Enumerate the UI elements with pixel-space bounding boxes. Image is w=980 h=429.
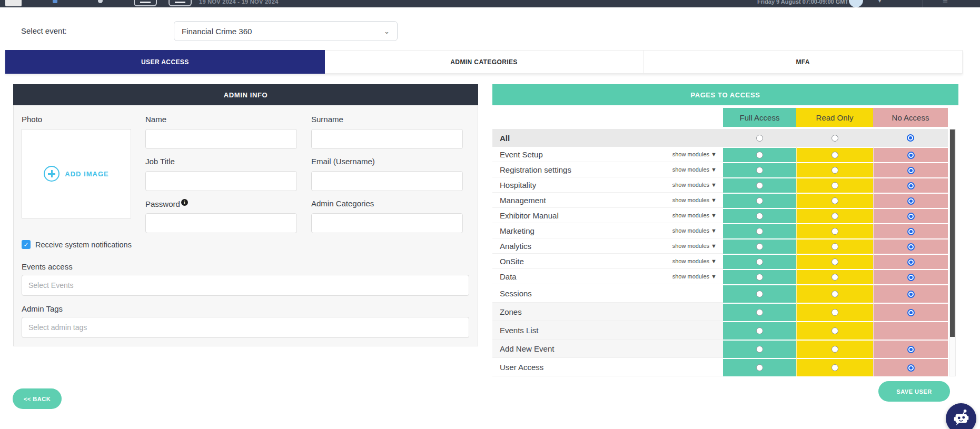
photo-upload-box[interactable]: ADD IMAGE <box>22 129 131 218</box>
nav-toolbar-button-2[interactable] <box>169 0 192 6</box>
table-row: OnSite show modules ▼ <box>492 254 948 269</box>
password-field[interactable] <box>145 213 297 233</box>
read-only-radio[interactable] <box>831 291 838 297</box>
show-modules-link[interactable]: show modules ▼ <box>672 273 717 280</box>
nav-icon-left-1[interactable] <box>53 0 57 3</box>
no-access-radio[interactable] <box>907 213 915 220</box>
show-modules-link[interactable]: show modules ▼ <box>672 151 717 157</box>
no-access-cell <box>873 162 948 177</box>
show-modules-link[interactable]: show modules ▼ <box>672 258 717 264</box>
full-access-radio[interactable] <box>756 228 763 235</box>
read-only-radio[interactable] <box>831 213 838 220</box>
show-modules-link[interactable]: show modules ▼ <box>672 227 717 234</box>
read-only-radio[interactable] <box>831 274 838 281</box>
events-access-input[interactable] <box>22 275 469 296</box>
read-only-radio[interactable] <box>831 309 838 316</box>
full-access-radio[interactable] <box>756 327 763 334</box>
admin-categories-field[interactable] <box>311 213 463 233</box>
no-access-radio[interactable] <box>907 274 915 281</box>
read-only-radio[interactable] <box>831 258 838 265</box>
permissions-table: All Event Setup show modules ▼ Registrat… <box>492 129 948 376</box>
read-only-radio[interactable] <box>831 182 838 189</box>
row-label: Marketing <box>500 226 534 235</box>
chatbot-launcher[interactable] <box>946 403 976 429</box>
scrollbar-thumb[interactable] <box>950 129 955 337</box>
no-access-radio[interactable] <box>907 197 915 205</box>
full-access-radio[interactable] <box>756 346 763 353</box>
table-row: All <box>492 129 948 147</box>
read-only-radio[interactable] <box>831 152 838 158</box>
read-only-radio[interactable] <box>831 364 838 371</box>
read-only-radio[interactable] <box>831 135 838 142</box>
no-access-radio[interactable] <box>907 243 915 251</box>
full-access-radio[interactable] <box>756 291 763 297</box>
surname-field[interactable] <box>311 129 463 149</box>
no-access-radio[interactable] <box>907 258 915 266</box>
info-icon[interactable]: i <box>181 199 188 206</box>
email-field[interactable] <box>311 171 463 191</box>
notifications-checkbox-row[interactable]: ✓ Receive system notifications <box>22 240 132 249</box>
full-access-radio[interactable] <box>756 243 763 250</box>
full-access-cell <box>723 284 796 303</box>
full-access-cell <box>723 238 796 254</box>
show-modules-link[interactable]: show modules ▼ <box>672 212 717 218</box>
full-access-radio[interactable] <box>756 152 763 158</box>
show-modules-link[interactable]: show modules ▼ <box>672 182 717 188</box>
read-only-radio[interactable] <box>831 228 838 235</box>
minus-icon <box>175 2 185 3</box>
no-access-radio[interactable] <box>907 291 915 298</box>
table-row: Sessions <box>492 284 948 303</box>
job-title-label: Job Title <box>145 157 175 166</box>
no-access-radio[interactable] <box>907 167 915 174</box>
full-access-radio[interactable] <box>756 167 763 174</box>
table-row: Marketing show modules ▼ <box>492 223 948 238</box>
full-access-radio[interactable] <box>756 258 763 265</box>
add-image-label: ADD IMAGE <box>65 170 108 178</box>
nav-icon-left-2[interactable] <box>98 0 103 3</box>
no-access-cell <box>873 223 948 238</box>
show-modules-link[interactable]: show modules ▼ <box>672 243 717 249</box>
full-access-radio[interactable] <box>756 213 763 220</box>
avatar[interactable] <box>849 0 863 7</box>
back-button[interactable]: << BACK <box>13 388 62 409</box>
full-access-radio[interactable] <box>756 182 763 189</box>
full-access-radio[interactable] <box>756 135 763 142</box>
no-access-radio[interactable] <box>907 346 915 353</box>
table-row: User Access <box>492 358 948 376</box>
full-access-radio[interactable] <box>756 309 763 316</box>
full-access-radio[interactable] <box>756 197 763 204</box>
tab-admin-categories[interactable]: ADMIN CATEGORIES <box>325 50 644 74</box>
no-access-radio[interactable] <box>907 228 915 235</box>
read-only-radio[interactable] <box>831 167 838 174</box>
table-row: Registration settings show modules ▼ <box>492 162 948 177</box>
read-only-radio[interactable] <box>831 346 838 353</box>
no-access-radio[interactable] <box>907 152 915 159</box>
save-user-button[interactable]: SAVE USER <box>878 381 950 402</box>
tab-user-access[interactable]: USER ACCESS <box>5 50 325 74</box>
no-access-radio[interactable] <box>907 364 915 372</box>
checkbox-checked-icon[interactable]: ✓ <box>22 240 31 249</box>
event-select-dropdown[interactable]: Financial Crime 360 ⌄ <box>174 21 398 41</box>
no-access-radio[interactable] <box>907 309 915 316</box>
admin-tags-input[interactable] <box>22 317 469 338</box>
menu-icon[interactable]: ☰ <box>943 0 948 5</box>
name-field[interactable] <box>145 129 297 149</box>
nav-toolbar-button-1[interactable] <box>134 0 157 6</box>
show-modules-link[interactable]: show modules ▼ <box>672 197 717 203</box>
read-only-radio[interactable] <box>831 197 838 204</box>
event-select-value: Financial Crime 360 <box>182 27 252 36</box>
no-access-radio[interactable] <box>907 134 914 142</box>
read-only-radio[interactable] <box>831 327 838 334</box>
add-image-button[interactable]: ADD IMAGE <box>44 166 108 182</box>
no-access-radio[interactable] <box>907 182 915 189</box>
chevron-down-icon[interactable]: ▾ <box>878 0 881 4</box>
full-access-radio[interactable] <box>756 274 763 281</box>
tab-mfa[interactable]: MFA <box>644 50 963 74</box>
app-logo[interactable] <box>5 0 22 6</box>
table-scrollbar[interactable] <box>949 129 956 376</box>
full-access-radio[interactable] <box>756 364 763 371</box>
show-modules-link[interactable]: show modules ▼ <box>672 166 717 173</box>
job-title-field[interactable] <box>145 171 297 191</box>
no-access-cell <box>873 284 948 303</box>
read-only-radio[interactable] <box>831 243 838 250</box>
